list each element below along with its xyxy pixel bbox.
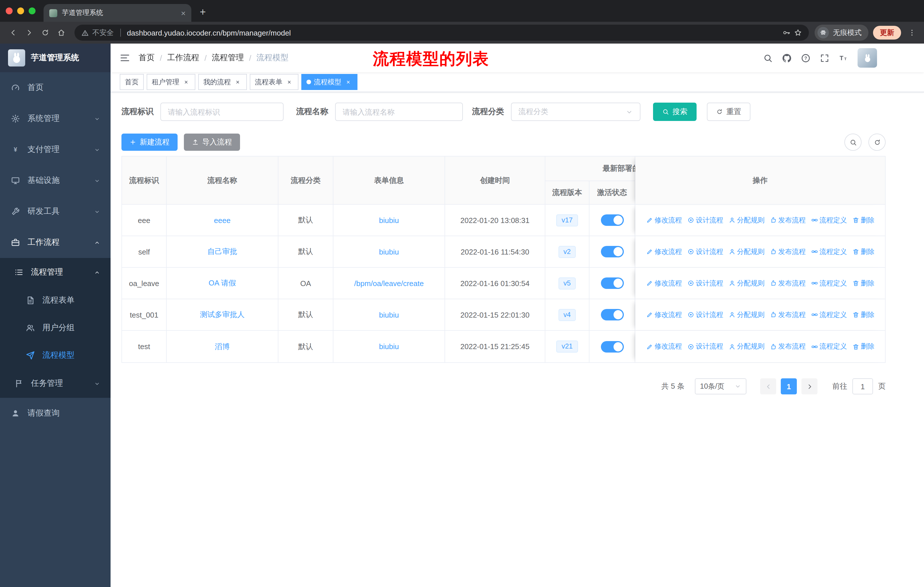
- sidebar-item-process-management[interactable]: 流程管理: [0, 258, 111, 287]
- tab-home[interactable]: 首页: [120, 74, 144, 90]
- action-delete-link[interactable]: 删除: [852, 215, 874, 225]
- breadcrumb-item[interactable]: 工作流程: [167, 53, 200, 63]
- action-publish-link[interactable]: 发布流程: [770, 310, 806, 319]
- category-select[interactable]: 流程分类: [511, 103, 640, 121]
- close-window-button[interactable]: [6, 7, 13, 14]
- breadcrumb-item[interactable]: 流程管理: [212, 53, 244, 63]
- active-toggle[interactable]: [601, 214, 624, 226]
- action-publish-link[interactable]: 发布流程: [770, 247, 806, 256]
- action-design-link[interactable]: 设计流程: [687, 342, 723, 351]
- form-link[interactable]: biubiu: [379, 311, 399, 319]
- close-icon[interactable]: ×: [182, 78, 190, 86]
- help-icon[interactable]: ?: [801, 53, 810, 63]
- home-button[interactable]: [54, 25, 69, 40]
- action-design-link[interactable]: 设计流程: [687, 310, 723, 319]
- action-delete-link[interactable]: 删除: [852, 278, 874, 288]
- tab-my-process[interactable]: 我的流程×: [198, 74, 247, 90]
- form-link[interactable]: /bpm/oa/leave/create: [354, 279, 424, 288]
- tab-process-form[interactable]: 流程表单×: [250, 74, 299, 90]
- sidebar-item-workflow[interactable]: 工作流程: [0, 227, 111, 258]
- action-publish-link[interactable]: 发布流程: [770, 342, 806, 351]
- action-assign-rule-link[interactable]: 分配规则: [728, 342, 764, 351]
- incognito-badge[interactable]: 无痕模式: [815, 25, 868, 41]
- minimize-window-button[interactable]: [17, 7, 24, 14]
- close-icon[interactable]: ×: [344, 78, 352, 86]
- action-edit-link[interactable]: 修改流程: [646, 342, 682, 351]
- action-delete-link[interactable]: 删除: [852, 247, 874, 256]
- form-link[interactable]: biubiu: [379, 247, 399, 256]
- action-definition-link[interactable]: 流程定义: [811, 247, 847, 256]
- action-assign-rule-link[interactable]: 分配规则: [728, 215, 764, 225]
- sidebar-item-user-group[interactable]: 用户分组: [0, 314, 111, 342]
- search-button[interactable]: 搜索: [653, 103, 696, 121]
- action-edit-link[interactable]: 修改流程: [646, 310, 682, 319]
- show-search-button[interactable]: [844, 134, 861, 151]
- version-tag[interactable]: v21: [556, 341, 578, 352]
- close-icon[interactable]: ×: [234, 78, 242, 86]
- active-toggle[interactable]: [601, 341, 624, 352]
- model-name-link[interactable]: 自己审批: [207, 246, 237, 257]
- github-icon[interactable]: [782, 53, 792, 63]
- app-logo-row[interactable]: 芋道管理系统: [0, 43, 111, 72]
- reset-button[interactable]: 重置: [707, 103, 751, 121]
- page-size-select[interactable]: 10条/页: [695, 378, 746, 394]
- fullscreen-icon[interactable]: [820, 53, 830, 63]
- browser-menu-button[interactable]: [906, 29, 918, 37]
- process-name-input[interactable]: [335, 103, 463, 121]
- hamburger-icon[interactable]: [120, 53, 130, 63]
- action-definition-link[interactable]: 流程定义: [811, 215, 847, 225]
- sidebar-item-infrastructure[interactable]: 基础设施: [0, 165, 111, 196]
- action-publish-link[interactable]: 发布流程: [770, 215, 806, 225]
- address-bar[interactable]: 不安全 dashboard.yudao.iocoder.cn/bpm/manag…: [74, 25, 809, 41]
- reload-button[interactable]: [38, 25, 53, 40]
- zoom-window-button[interactable]: [29, 7, 36, 14]
- sidebar-item-payment[interactable]: ¥支付管理: [0, 134, 111, 165]
- action-assign-rule-link[interactable]: 分配规则: [728, 278, 764, 288]
- prev-page-button[interactable]: [760, 378, 776, 394]
- action-assign-rule-link[interactable]: 分配规则: [728, 247, 764, 256]
- create-process-button[interactable]: 新建流程: [121, 134, 178, 151]
- active-toggle[interactable]: [601, 278, 624, 289]
- process-key-input[interactable]: [160, 103, 284, 121]
- version-tag[interactable]: v5: [558, 277, 576, 289]
- action-design-link[interactable]: 设计流程: [687, 247, 723, 256]
- tab-close-icon[interactable]: ×: [181, 8, 186, 18]
- action-definition-link[interactable]: 流程定义: [811, 310, 847, 319]
- action-publish-link[interactable]: 发布流程: [770, 278, 806, 288]
- font-size-icon[interactable]: TT: [839, 53, 848, 63]
- model-name-link[interactable]: eeee: [214, 216, 231, 225]
- new-tab-button[interactable]: +: [195, 4, 211, 20]
- next-page-button[interactable]: [802, 378, 817, 394]
- model-name-link[interactable]: 测试多审批人: [200, 309, 244, 320]
- sidebar-item-leave-query[interactable]: 请假查询: [0, 398, 111, 429]
- action-design-link[interactable]: 设计流程: [687, 215, 723, 225]
- bookmark-star-icon[interactable]: [794, 29, 802, 37]
- import-process-button[interactable]: 导入流程: [184, 134, 240, 151]
- action-definition-link[interactable]: 流程定义: [811, 278, 847, 288]
- tab-process-model[interactable]: 流程模型×: [301, 74, 358, 90]
- search-icon[interactable]: [763, 53, 773, 63]
- update-button[interactable]: 更新: [873, 26, 901, 40]
- action-assign-rule-link[interactable]: 分配规则: [728, 310, 764, 319]
- sidebar-item-task-management[interactable]: 任务管理: [0, 369, 111, 398]
- action-edit-link[interactable]: 修改流程: [646, 215, 682, 225]
- tab-tenant-management[interactable]: 租户管理×: [147, 74, 195, 90]
- avatar[interactable]: [858, 48, 877, 68]
- action-design-link[interactable]: 设计流程: [687, 278, 723, 288]
- action-delete-link[interactable]: 删除: [852, 310, 874, 319]
- active-toggle[interactable]: [601, 246, 624, 257]
- form-link[interactable]: biubiu: [379, 342, 399, 351]
- close-icon[interactable]: ×: [285, 78, 293, 86]
- action-edit-link[interactable]: 修改流程: [646, 278, 682, 288]
- key-icon[interactable]: [782, 29, 790, 37]
- refresh-table-button[interactable]: [868, 134, 886, 151]
- sidebar-item-dev-tools[interactable]: 研发工具: [0, 196, 111, 227]
- breadcrumb-item[interactable]: 首页: [139, 53, 155, 63]
- action-edit-link[interactable]: 修改流程: [646, 247, 682, 256]
- form-link[interactable]: biubiu: [379, 216, 399, 225]
- sidebar-item-home[interactable]: 首页: [0, 72, 111, 103]
- forward-button[interactable]: [22, 25, 37, 40]
- sidebar-item-system[interactable]: 系统管理: [0, 103, 111, 134]
- current-page-button[interactable]: 1: [781, 378, 797, 394]
- model-name-link[interactable]: 滔博: [215, 341, 230, 352]
